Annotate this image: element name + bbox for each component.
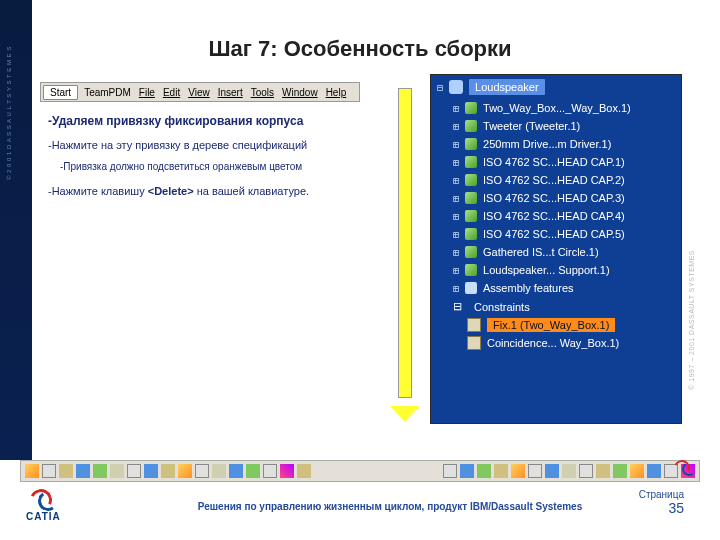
expand-icon[interactable]: ⊞ — [453, 265, 459, 276]
expand-icon[interactable]: ⊞ — [453, 283, 459, 294]
fix-constraint[interactable]: Fix.1 (Two_Way_Box.1) — [467, 316, 681, 334]
tool-icon[interactable] — [161, 464, 175, 478]
expand-icon[interactable]: ⊟ — [453, 300, 462, 313]
tool-icon[interactable] — [127, 464, 141, 478]
instruction-sub3: -Нажмите клавишу <Delete> на вашей клави… — [48, 183, 368, 201]
tree-item[interactable]: ⊞Gathered IS...t Circle.1) — [431, 243, 681, 261]
tree-item-label: Loudspeaker... Support.1) — [483, 264, 610, 276]
tree-item-label: ISO 4762 SC...HEAD CAP.3) — [483, 192, 625, 204]
tool-icon[interactable] — [229, 464, 243, 478]
tool-icon[interactable] — [263, 464, 277, 478]
part-icon — [465, 138, 477, 150]
menu-teampdm[interactable]: TeamPDM — [84, 87, 131, 98]
instruction-sub3-pre: -Нажмите клавишу — [48, 185, 148, 197]
bottom-toolbar — [20, 460, 700, 482]
instruction-sub3-post: на вашей клавиатуре. — [194, 185, 309, 197]
tool-icon[interactable] — [110, 464, 124, 478]
tool-icon[interactable] — [144, 464, 158, 478]
menu-help[interactable]: Help — [326, 87, 347, 98]
tool-icon[interactable] — [93, 464, 107, 478]
instructions-block: -Удаляем привязку фиксирования корпуса -… — [48, 112, 368, 200]
tool-icon[interactable] — [528, 464, 542, 478]
tool-icon[interactable] — [494, 464, 508, 478]
tree-item[interactable]: ⊞250mm Drive...m Driver.1) — [431, 135, 681, 153]
tree-item[interactable]: ⊞ISO 4762 SC...HEAD CAP.4) — [431, 207, 681, 225]
menu-view[interactable]: View — [188, 87, 210, 98]
tool-icon[interactable] — [630, 464, 644, 478]
fix-label: Fix.1 (Two_Way_Box.1) — [487, 318, 615, 332]
tool-icon[interactable] — [178, 464, 192, 478]
tool-icon[interactable] — [545, 464, 559, 478]
tool-icon[interactable] — [647, 464, 661, 478]
page-title: Шаг 7: Особенность сборки — [0, 36, 720, 62]
tree-root-label: Loudspeaker — [469, 79, 545, 95]
tool-icon[interactable] — [25, 464, 39, 478]
coincidence-icon — [467, 336, 481, 350]
catia-brand: CATIA — [26, 511, 61, 522]
page-number: Страница 35 — [639, 489, 684, 516]
tool-icon[interactable] — [212, 464, 226, 478]
page-label: Страница — [639, 489, 684, 500]
tool-icon[interactable] — [59, 464, 73, 478]
sidebar-copyright: © 2 0 0 1 D A S S A U L T S Y S T E M E … — [6, 46, 12, 180]
tree-item[interactable]: ⊞Two_Way_Box..._Way_Box.1) — [431, 99, 681, 117]
expand-icon[interactable]: ⊞ — [453, 211, 459, 222]
tool-icon[interactable] — [477, 464, 491, 478]
tree-root[interactable]: ⊟ Loudspeaker — [431, 75, 681, 99]
tool-icon[interactable] — [297, 464, 311, 478]
anchor-icon — [467, 318, 481, 332]
tool-icon[interactable] — [42, 464, 56, 478]
ds-logo: CATIA — [26, 487, 61, 522]
tool-icon[interactable] — [562, 464, 576, 478]
menu-insert[interactable]: Insert — [218, 87, 243, 98]
coincidence-constraint[interactable]: Coincidence... Way_Box.1) — [467, 334, 681, 352]
part-icon — [465, 210, 477, 222]
constraints-node[interactable]: ⊟ Constraints — [431, 297, 681, 316]
tool-icon[interactable] — [76, 464, 90, 478]
expand-icon[interactable]: ⊞ — [453, 157, 459, 168]
coincidence-label: Coincidence... Way_Box.1) — [487, 337, 619, 349]
tree-item-label: Tweeter (Tweeter.1) — [483, 120, 580, 132]
tree-item-label: ISO 4762 SC...HEAD CAP.4) — [483, 210, 625, 222]
expand-icon[interactable]: ⊞ — [453, 247, 459, 258]
tool-icon[interactable] — [443, 464, 457, 478]
tree-item[interactable]: ⊞ISO 4762 SC...HEAD CAP.5) — [431, 225, 681, 243]
tool-icon[interactable] — [280, 464, 294, 478]
tool-icon[interactable] — [579, 464, 593, 478]
expand-icon[interactable]: ⊞ — [453, 229, 459, 240]
menu-window[interactable]: Window — [282, 87, 318, 98]
tool-icon[interactable] — [460, 464, 474, 478]
expand-icon[interactable]: ⊞ — [453, 103, 459, 114]
menu-start[interactable]: Start — [43, 85, 78, 100]
toolbar-left-group — [25, 464, 311, 478]
expand-icon[interactable]: ⊞ — [453, 193, 459, 204]
instruction-key: <Delete> — [148, 185, 194, 197]
tree-item[interactable]: ⊞ISO 4762 SC...HEAD CAP.1) — [431, 153, 681, 171]
expand-icon[interactable]: ⊞ — [453, 121, 459, 132]
footer-text: Решения по управлению жизненным циклом, … — [180, 501, 600, 512]
tree-item[interactable]: ⊞ISO 4762 SC...HEAD CAP.3) — [431, 189, 681, 207]
tool-icon[interactable] — [511, 464, 525, 478]
menu-edit[interactable]: Edit — [163, 87, 180, 98]
tool-icon[interactable] — [195, 464, 209, 478]
tree-item[interactable]: ⊞Assembly features — [431, 279, 681, 297]
tree-item[interactable]: ⊞Tweeter (Tweeter.1) — [431, 117, 681, 135]
tool-icon[interactable] — [596, 464, 610, 478]
tree-item[interactable]: ⊞Loudspeaker... Support.1) — [431, 261, 681, 279]
expand-icon[interactable]: ⊟ — [437, 82, 443, 93]
menu-file[interactable]: File — [139, 87, 155, 98]
tool-icon[interactable] — [613, 464, 627, 478]
tree-item-label: ISO 4762 SC...HEAD CAP.1) — [483, 156, 625, 168]
tree-item[interactable]: ⊞ISO 4762 SC...HEAD CAP.2) — [431, 171, 681, 189]
arrow-body — [398, 88, 412, 398]
copyright-vertical: © 1997 – 2001 DASSAULT SYSTEMES — [688, 250, 695, 390]
menu-tools[interactable]: Tools — [251, 87, 274, 98]
expand-icon[interactable]: ⊞ — [453, 175, 459, 186]
part-icon — [465, 192, 477, 204]
expand-icon[interactable]: ⊞ — [453, 139, 459, 150]
constraints-label: Constraints — [474, 301, 530, 313]
tree-item-label: ISO 4762 SC...HEAD CAP.2) — [483, 174, 625, 186]
tool-icon[interactable] — [246, 464, 260, 478]
part-icon — [465, 156, 477, 168]
part-icon — [465, 228, 477, 240]
